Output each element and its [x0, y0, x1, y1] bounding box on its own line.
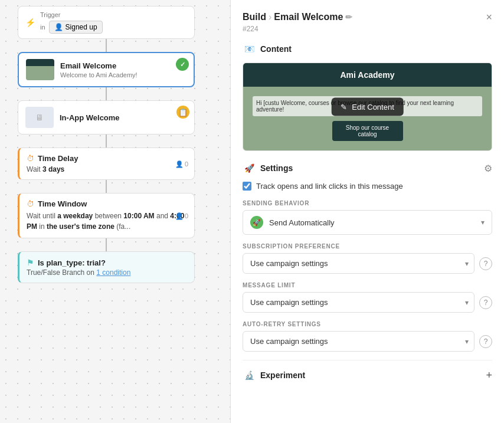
subscription-label: SUBSCRIPTION PREFERENCE	[243, 243, 492, 250]
divider	[243, 360, 492, 360]
trigger-node: ⚡ Trigger in 👤 Signed up	[18, 6, 195, 39]
message-limit-select[interactable]: Use campaign settings	[243, 292, 474, 313]
delay-node-title: Time Delay	[38, 154, 78, 163]
experiment-section: 🔬 Experiment +	[243, 369, 492, 382]
connector	[106, 238, 107, 251]
subscription-help-icon[interactable]: ?	[479, 257, 492, 270]
breadcrumb: Build › Email Welcome ✏	[243, 12, 352, 22]
breadcrumb-sep: ›	[269, 12, 271, 22]
signed-up-icon: 👤	[54, 23, 63, 31]
panel-id: #224	[243, 25, 492, 33]
inapp-welcome-node[interactable]: 🖥 In-App Welcome 📋	[18, 100, 195, 135]
message-limit-row: Use campaign settings ▾ ?	[243, 292, 492, 313]
message-limit-help-icon[interactable]: ?	[479, 296, 492, 309]
settings-section-title: Settings	[260, 163, 293, 173]
email-body-area: Hi [custu Welcome, courses or browse our…	[243, 87, 492, 150]
email-cta-btn: Shop our course catalog	[332, 121, 403, 141]
experiment-header: 🔬 Experiment	[243, 369, 305, 382]
delay-info: Wait 3 days	[27, 165, 187, 173]
edit-content-button[interactable]: ✎ Edit Content	[331, 98, 404, 116]
window-node-title: Time Window	[38, 199, 87, 208]
send-auto-select[interactable]: 🚀 Send Automatically ▾	[243, 210, 492, 235]
message-limit-field: MESSAGE LIMIT Use campaign settings ▾ ?	[243, 282, 492, 313]
connector	[106, 87, 107, 100]
subscription-select[interactable]: Use campaign settings	[243, 253, 474, 274]
in-label: in	[40, 24, 45, 31]
inapp-node-content: In-App Welcome	[60, 113, 187, 122]
auto-retry-label: AUTO-RETRY SETTINGS	[243, 321, 492, 327]
auto-retry-field: AUTO-RETRY SETTINGS Use campaign setting…	[243, 321, 492, 352]
email-preview: Ami Academy Hi [custu Welcome, courses o…	[243, 63, 492, 151]
window-icon: ⏱	[27, 199, 34, 208]
auto-retry-help-icon[interactable]: ?	[479, 335, 492, 348]
close-button[interactable]: ×	[486, 12, 492, 22]
track-label[interactable]: Track opens and link clicks in this mess…	[256, 182, 403, 191]
trigger-icon: ⚡	[25, 18, 35, 27]
inapp-node-badge: 📋	[176, 106, 189, 119]
experiment-icon: 🔬	[243, 369, 256, 382]
experiment-add-button[interactable]: +	[486, 369, 492, 382]
email-node-title: Email Welcome	[60, 61, 186, 70]
email-header-bar: Ami Academy	[243, 63, 492, 87]
flow-canvas: ⚡ Trigger in 👤 Signed up	[0, 0, 230, 423]
auto-retry-select-container: Use campaign settings ▾	[243, 331, 474, 352]
message-limit-label: MESSAGE LIMIT	[243, 282, 492, 288]
subscription-row: Use campaign settings ▾ ?	[243, 253, 492, 274]
send-auto-label: Send Automatically	[269, 218, 481, 227]
settings-section-header: 🚀 Settings ⚙	[243, 162, 492, 175]
time-delay-node[interactable]: ⏱ Time Delay 👤 0 Wait 3 days	[18, 147, 195, 180]
track-checkbox-row: Track opens and link clicks in this mess…	[243, 182, 492, 191]
email-node-content: Email Welcome Welcome to Ami Academy!	[60, 61, 186, 78]
detail-panel: Build › Email Welcome ✏ × #224 📧 Content…	[230, 0, 504, 423]
content-icon: 📧	[243, 42, 256, 55]
window-count: 👤 0	[175, 212, 188, 219]
connector	[106, 180, 107, 193]
trigger-label: Trigger	[40, 11, 103, 18]
edit-content-icon: ✎	[341, 103, 347, 112]
subscription-select-container: Use campaign settings ▾	[243, 253, 474, 274]
inapp-thumbnail: 🖥	[25, 107, 54, 128]
experiment-title: Experiment	[260, 370, 305, 380]
edit-icon[interactable]: ✏	[345, 12, 352, 22]
inapp-node-title: In-App Welcome	[60, 113, 187, 122]
trigger-badge: 👤 Signed up	[49, 21, 103, 34]
email-node-subtitle: Welcome to Ami Academy!	[60, 71, 186, 78]
content-section-title: Content	[260, 44, 292, 54]
breadcrumb-current: Email Welcome	[274, 12, 343, 22]
connector	[106, 39, 107, 52]
auto-retry-select[interactable]: Use campaign settings	[243, 331, 474, 352]
send-auto-icon: 🚀	[250, 216, 263, 229]
delay-count: 👤 0	[175, 160, 188, 168]
sending-behavior-field: SENDING BEHAVIOR 🚀 Send Automatically ▾	[243, 200, 492, 235]
subscription-preference-field: SUBSCRIPTION PREFERENCE Use campaign set…	[243, 243, 492, 274]
branch-description: True/False Branch on 1 condition	[27, 268, 187, 277]
branch-condition-link[interactable]: 1 condition	[96, 268, 130, 277]
panel-header: Build › Email Welcome ✏ ×	[243, 12, 492, 22]
track-checkbox[interactable]	[243, 182, 251, 191]
email-welcome-node[interactable]: Email Welcome Welcome to Ami Academy! ✓	[18, 52, 195, 87]
email-node-badge: ✓	[176, 58, 189, 71]
branch-node[interactable]: ⚑ Is plan_type: trial? True/False Branch…	[18, 251, 195, 283]
branch-node-title: Is plan_type: trial?	[38, 258, 106, 267]
send-auto-chevron-icon: ▾	[481, 218, 485, 227]
window-description: Wait until a weekday between 10:00 AM an…	[27, 211, 187, 232]
connector	[106, 135, 107, 147]
time-window-node[interactable]: ⏱ Time Window 👤 0 Wait until a weekday b…	[18, 193, 195, 238]
content-section-header: 📧 Content	[243, 42, 492, 55]
settings-icon: 🚀	[243, 162, 256, 175]
clock-icon: ⏱	[27, 154, 34, 163]
settings-gear-icon[interactable]: ⚙	[484, 163, 492, 174]
message-limit-select-container: Use campaign settings ▾	[243, 292, 474, 313]
auto-retry-row: Use campaign settings ▾ ?	[243, 331, 492, 352]
breadcrumb-build: Build	[243, 12, 266, 22]
branch-icon: ⚑	[27, 258, 34, 267]
sending-behavior-label: SENDING BEHAVIOR	[243, 200, 492, 206]
email-thumbnail	[26, 59, 54, 80]
